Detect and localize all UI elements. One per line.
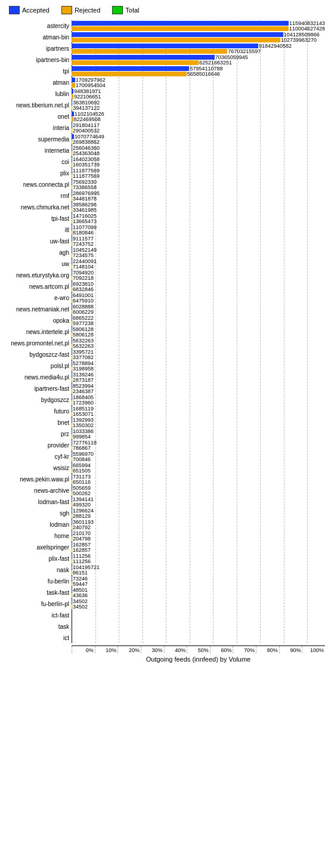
table-row: e-wro64910016475910 (3, 292, 325, 303)
bar-rejected-value: 7243752 (73, 241, 94, 247)
row-label: home (3, 533, 72, 539)
row-label: wsisiz (3, 465, 72, 471)
bar-area: 104521497234575 (72, 247, 325, 258)
bar-area: 56322635632263 (72, 338, 325, 348)
x-axis-label: Outgoing feeds (innfeed) by Volume (72, 656, 325, 663)
bar-rejected (72, 140, 72, 144)
bar-accepted (72, 157, 72, 162)
row-label: plix-fast (3, 555, 72, 562)
x-axis: 0%10%20%30%40%50%60%70%80%90%100% (72, 645, 325, 653)
row-label: provider (3, 442, 72, 449)
bar-rejected-value: 33461985 (73, 207, 97, 213)
row-label: news.tiberium.net.pl (3, 102, 72, 109)
bar-rejected-value: 6006229 (73, 309, 94, 315)
x-tick: 100% (302, 646, 325, 653)
row-label: ipartners-bin (3, 57, 72, 63)
bar-accepted (72, 452, 72, 456)
row-label: news-archive (3, 487, 72, 494)
bar-rejected (72, 446, 72, 450)
bar-area: 210170204798 (72, 530, 325, 541)
bar-accepted (72, 100, 72, 105)
row-label: bydgoszcz (3, 397, 72, 403)
row-label: onet (3, 113, 72, 120)
table-row: ipartners9184294058276703215597 (3, 43, 325, 54)
bar-accepted (72, 168, 72, 173)
legend-total-box (112, 6, 123, 14)
row-label: polsl.pl (3, 363, 72, 369)
bar-rejected-value: 73386558 (73, 184, 97, 190)
bar-rejected (72, 468, 72, 473)
table-row: axelspringer162857162857 (3, 542, 325, 552)
bar-area: 111256111256 (72, 553, 325, 564)
row-label: ict (3, 635, 72, 641)
bar-area: 3858629633461985 (72, 202, 325, 212)
bar-accepted (72, 134, 74, 139)
row-label: bydgoszcz-fast (3, 351, 72, 358)
row-label: tpi (3, 68, 72, 75)
bar-accepted (72, 293, 72, 298)
x-tick: 30% (141, 646, 164, 653)
bar-rejected-value: 269838862 (73, 139, 100, 145)
table-row: coi164023058160351739 (3, 156, 325, 167)
bar-accepted (72, 180, 72, 184)
bar-accepted (72, 440, 72, 445)
bar-area: 3450234502 (72, 598, 325, 609)
x-tick: 20% (117, 646, 141, 653)
row-label: news.artcom.pl (3, 283, 72, 290)
bar-area: 70949207092218 (72, 270, 325, 280)
bar-rejected-value: 34481878 (73, 196, 97, 202)
bar-rejected-value: 1700954504 (76, 82, 106, 88)
row-label: lodman-fast (3, 499, 72, 505)
bar-rejected (72, 366, 72, 371)
table-row: fu-berlin7324659447 (3, 576, 325, 586)
bar-rejected (72, 38, 280, 42)
table-row: news.tiberium.net.pl363810692394137122 (3, 100, 325, 110)
bar-accepted (72, 248, 72, 252)
bar-rejected (72, 106, 72, 110)
row-label: agh (3, 249, 72, 256)
bar-accepted (72, 44, 258, 48)
row-label: interia (3, 125, 72, 131)
bar-area (72, 621, 325, 632)
bar-rejected (72, 185, 72, 190)
bar-rejected-value: 3198958 (73, 366, 94, 372)
bar-accepted (72, 395, 72, 400)
row-label: sgh (3, 510, 72, 517)
bar-rejected-value: 290400532 (73, 128, 100, 134)
bar-rejected (72, 60, 199, 65)
table-row: news.intertele.pl58061285806128 (3, 326, 325, 337)
bar-rejected-value: 3377082 (73, 354, 94, 360)
bar-rejected (72, 604, 72, 609)
bar-rejected (72, 253, 72, 258)
table-row: tpi5795411078856585016646 (3, 66, 325, 76)
table-row: news.artcom.pl69238106832846 (3, 281, 325, 292)
table-row: provider72776118786867 (3, 440, 325, 450)
bar-rejected-value: 111877569 (73, 173, 100, 179)
bar-accepted (72, 508, 72, 513)
row-label: futuro (3, 408, 72, 415)
chart-container: Accepted Rejected Total astercity1159408… (0, 0, 328, 687)
table-row: uw224400917148104 (3, 258, 325, 269)
bar-area: 68652225977238 (72, 315, 325, 326)
bar-area: 115940832143110004627428 (72, 20, 325, 31)
table-row: atman17092979621700954504 (3, 77, 325, 88)
bar-rejected (72, 344, 72, 348)
row-label: nask (3, 567, 72, 573)
bar-rejected (72, 298, 72, 303)
row-label: supermedia (3, 136, 72, 143)
bar-rejected-value: 7234575 (73, 252, 94, 258)
bar-accepted (72, 32, 283, 37)
row-label: axelspringer (3, 544, 72, 551)
bar-rejected-value: 786867 (73, 445, 91, 451)
x-tick: 40% (164, 646, 187, 653)
row-label: ict-fast (3, 612, 72, 619)
bar-rejected-value: 62521663251 (199, 60, 232, 66)
bar-rejected-value: 110004627428 (289, 26, 325, 32)
bar-rejected-value: 7092218 (73, 275, 94, 281)
bar-area: 18684051723960 (72, 394, 325, 405)
table-row: polsl.pl52788943198958 (3, 360, 325, 371)
table-row: wsisiz665994651505 (3, 462, 325, 473)
bar-rejected (72, 525, 72, 530)
table-row: bydgoszcz-fast33957213377082 (3, 349, 325, 360)
bar-area: 3601193240792 (72, 519, 325, 530)
